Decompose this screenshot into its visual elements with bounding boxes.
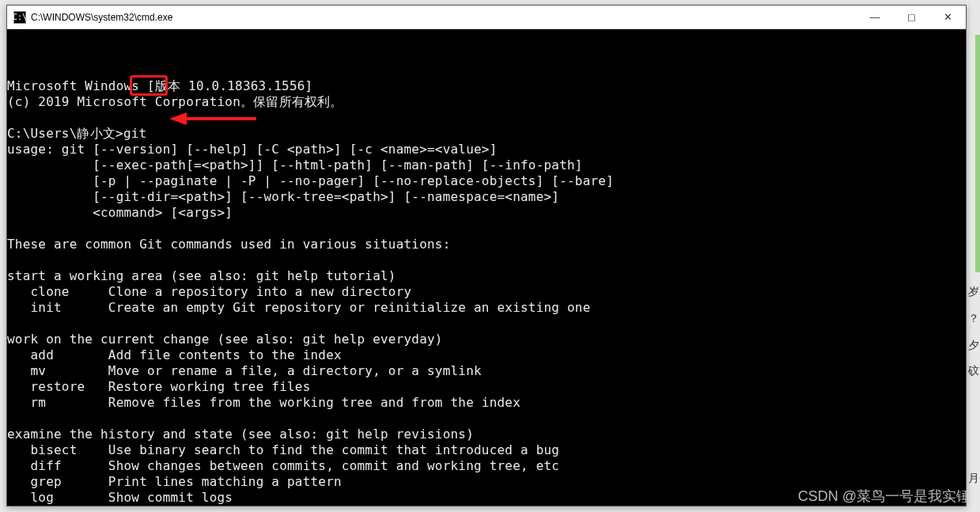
terminal-line (7, 411, 966, 427)
terminal-line: work on the current change (see also: gi… (7, 332, 966, 347)
terminal-line: grep Print lines matching a pattern (7, 474, 966, 490)
terminal-line: diff Show changes between commits, commi… (7, 458, 966, 474)
terminal-line: restore Restore working tree files (7, 379, 966, 395)
terminal-line: (c) 2019 Microsoft Corporation。保留所有权利。 (7, 94, 966, 110)
bg-char: 月 (968, 472, 979, 486)
terminal-line (7, 316, 966, 332)
terminal-line (7, 252, 966, 268)
terminal-line: <command> [<args>] (7, 205, 966, 221)
terminal-line: init Create an empty Git repository or r… (7, 300, 966, 316)
minimize-button[interactable]: — (857, 6, 893, 28)
terminal-line: log Show commit logs (7, 490, 966, 506)
terminal-line: start a working area (see also: git help… (7, 268, 966, 284)
terminal-output[interactable]: Microsoft Windows [版本 10.0.18363.1556](c… (7, 29, 966, 506)
terminal-line: usage: git [--version] [--help] [-C <pat… (7, 142, 966, 157)
terminal-line: [--git-dir=<path>] [--work-tree=<path>] … (7, 189, 966, 205)
terminal-line: examine the history and state (see also:… (7, 427, 966, 442)
maximize-button[interactable]: ◻ (893, 6, 929, 28)
bg-char: 砇 (968, 364, 979, 378)
bg-char: 夕 (968, 339, 979, 353)
terminal-line: rm Remove files from the working tree an… (7, 395, 966, 411)
bg-char: ？ (968, 312, 979, 326)
terminal-line: [--exec-path[=<path>]] [--html-path] [--… (7, 157, 966, 173)
terminal-line: add Add file contents to the index (7, 347, 966, 363)
background-strip (975, 35, 980, 272)
terminal-line: clone Clone a repository into a new dire… (7, 284, 966, 300)
window-controls: — ◻ ✕ (857, 6, 966, 28)
terminal-line (7, 110, 966, 126)
close-button[interactable]: ✕ (929, 6, 966, 28)
terminal-line: C:\Users\静小文>git (7, 126, 966, 142)
bg-char: 岁 (968, 285, 979, 299)
cmd-icon: C:\ (13, 11, 26, 24)
terminal-line (7, 221, 966, 237)
terminal-line: bisect Use binary search to find the com… (7, 442, 966, 458)
window-title: C:\WINDOWS\system32\cmd.exe (31, 12, 857, 23)
titlebar[interactable]: C:\ C:\WINDOWS\system32\cmd.exe — ◻ ✕ (7, 6, 966, 29)
terminal-line: [-p | --paginate | -P | --no-pager] [--n… (7, 173, 966, 189)
terminal-line: These are common Git commands used in va… (7, 237, 966, 252)
terminal-line: mv Move or rename a file, a directory, o… (7, 363, 966, 379)
cmd-window: C:\ C:\WINDOWS\system32\cmd.exe — ◻ ✕ Mi… (6, 5, 967, 506)
terminal-line: Microsoft Windows [版本 10.0.18363.1556] (7, 78, 966, 94)
